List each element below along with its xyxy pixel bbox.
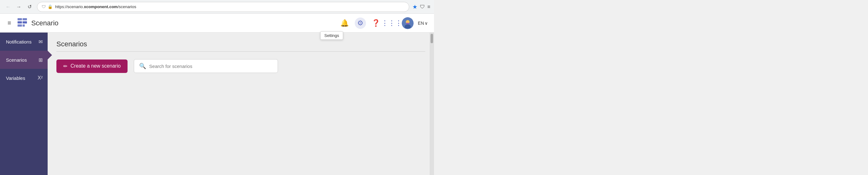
grid-apps-button[interactable]: ⋮⋮⋮: [386, 18, 397, 29]
browser-right-icons: ★ 🛡 ≡: [412, 3, 430, 10]
browser-chrome: ← → ↺ 🛡 🔒 https://scenario.xcomponent.co…: [0, 0, 434, 14]
logo-wrap: Scenario: [17, 18, 59, 29]
app-title: Scenario: [31, 19, 59, 27]
svg-rect-2: [18, 21, 22, 24]
forward-button[interactable]: →: [14, 2, 23, 11]
svg-rect-3: [23, 21, 27, 24]
extensions-icon[interactable]: ≡: [427, 4, 430, 10]
sidebar-item-notifications[interactable]: Notifications ✉: [0, 33, 48, 51]
main-content: Scenarios ✏ Create a new scenario 🔍: [48, 33, 434, 175]
create-scenario-button[interactable]: ✏ Create a new scenario: [56, 60, 127, 73]
pencil-icon: ✏: [63, 63, 67, 69]
help-button[interactable]: ❓: [370, 18, 382, 29]
address-bar-url: https://scenario.xcomponent.com/scenario…: [55, 4, 405, 9]
svg-rect-9: [406, 23, 409, 24]
search-input[interactable]: [149, 64, 273, 69]
sidebar-variables-label: Variables: [6, 75, 25, 81]
app-logo: [17, 18, 28, 29]
notifications-bell-button[interactable]: 🔔: [339, 18, 350, 29]
svg-rect-1: [23, 18, 27, 20]
sidebar-active-arrow: [48, 51, 52, 60]
app-header: ≡ Scenario 🔔 ⚙ ❓ ⋮⋮⋮: [0, 14, 434, 33]
header-right: 🔔 ⚙ ❓ ⋮⋮⋮ EN ∨: [339, 17, 428, 29]
language-label: EN: [418, 21, 424, 26]
hamburger-button[interactable]: ≡: [6, 18, 12, 28]
address-bar[interactable]: 🛡 🔒 https://scenario.xcomponent.com/scen…: [37, 2, 409, 12]
action-row: ✏ Create a new scenario 🔍: [56, 59, 425, 73]
sidebar-item-scenarios[interactable]: Scenarios ⊞: [0, 51, 48, 69]
lock-icon: 🔒: [48, 4, 53, 9]
svg-rect-5: [23, 25, 25, 27]
chevron-down-icon: ∨: [425, 21, 428, 26]
address-bar-security-icons: 🛡 🔒: [42, 4, 53, 9]
app-body: Notifications ✉ Scenarios ⊞ Variables X²…: [0, 33, 434, 175]
scrollbar[interactable]: [430, 33, 434, 175]
search-wrap: 🔍: [134, 59, 278, 73]
scenarios-grid-icon: ⊞: [38, 57, 42, 63]
settings-button[interactable]: ⚙: [355, 18, 366, 29]
shield-icon: 🛡: [42, 4, 46, 9]
variables-icon: X²: [38, 75, 42, 81]
create-scenario-label: Create a new scenario: [70, 63, 121, 69]
bookmark-icon[interactable]: ★: [412, 3, 417, 10]
notifications-mail-icon: ✉: [38, 39, 42, 45]
shield-ext-icon: 🛡: [420, 4, 425, 10]
sidebar-item-variables[interactable]: Variables X²: [0, 69, 48, 87]
scrollbar-thumb: [431, 34, 433, 43]
sidebar-notifications-label: Notifications: [6, 39, 32, 44]
reload-button[interactable]: ↺: [25, 2, 34, 11]
sidebar-scenarios-label: Scenarios: [6, 57, 27, 63]
avatar-circle: [402, 17, 414, 29]
sidebar: Notifications ✉ Scenarios ⊞ Variables X²: [0, 33, 48, 175]
user-avatar-button[interactable]: [402, 17, 414, 29]
browser-nav-buttons: ← → ↺: [4, 2, 34, 11]
svg-rect-0: [18, 18, 22, 20]
search-icon: 🔍: [139, 63, 146, 70]
settings-tooltip: Settings: [320, 31, 343, 40]
page-title: Scenarios: [56, 40, 425, 48]
svg-rect-4: [18, 25, 22, 27]
back-button[interactable]: ←: [4, 2, 12, 11]
language-selector-button[interactable]: EN ∨: [418, 21, 428, 26]
